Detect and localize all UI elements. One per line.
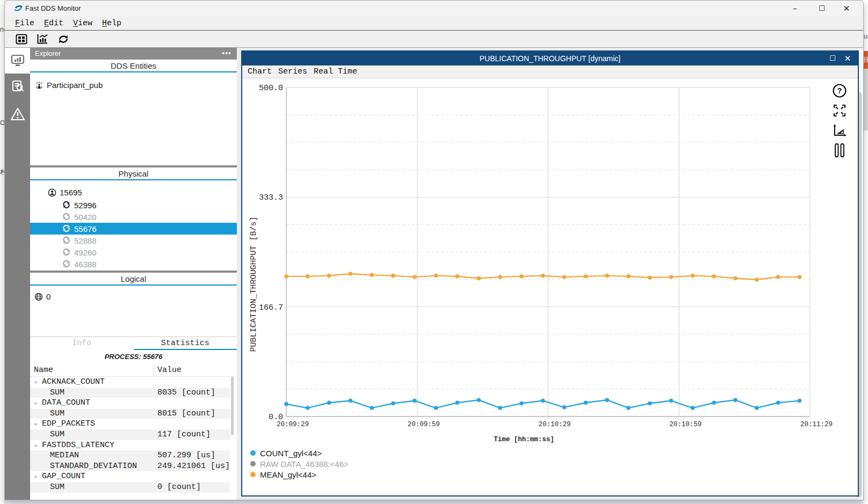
process-row-50420[interactable]: 50420 xyxy=(30,211,237,223)
process-row-52996[interactable]: 52996 xyxy=(30,199,237,211)
collapse-caret-icon[interactable]: ⌄ xyxy=(34,418,38,429)
close-button[interactable]: ✕ xyxy=(834,1,859,17)
process-label: 52996 xyxy=(74,201,97,210)
column-divider xyxy=(154,366,154,376)
legend-dot-icon xyxy=(250,461,256,466)
chart-window-title: PUBLICATION_THROUGHPUT [dynamic] xyxy=(242,52,858,65)
statistics-rows: ⌄ACKNACK_COUNTSUM8035 [count]⌄DATA_COUNT… xyxy=(30,377,230,493)
legend-label: MEAN_gyl<44> xyxy=(260,470,316,479)
chart-window-titlebar[interactable]: PUBLICATION_THROUGHPUT [dynamic] ☐ ✕ xyxy=(242,52,858,65)
help-icon[interactable]: ? xyxy=(831,83,848,99)
mdi-area: PUBLICATION_THROUGHPUT [dynamic] ☐ ✕ Cha… xyxy=(237,48,864,500)
axes-icon[interactable] xyxy=(831,122,848,138)
explorer-menu-button[interactable]: ••• xyxy=(222,48,232,60)
collapse-caret-icon[interactable]: ⌄ xyxy=(34,376,38,387)
statistics-table: Name Value ⌄ACKNACK_COUNTSUM8035 [count]… xyxy=(30,364,230,493)
chart-menu-item-series[interactable]: Series xyxy=(276,67,310,76)
svg-text:333.3: 333.3 xyxy=(259,193,283,202)
minimize-button[interactable]: – xyxy=(783,1,807,17)
process-row-52888[interactable]: 52888 xyxy=(30,235,237,246)
collapse-caret-icon[interactable]: ⌄ xyxy=(34,440,38,450)
chart-legend: COUNT_gyl<44>RAW DATA_46388:<46>MEAN_gyl… xyxy=(250,449,349,479)
legend-label: RAW DATA_46388:<46> xyxy=(260,459,349,469)
svg-text:?: ? xyxy=(837,86,842,95)
monitor-tab[interactable] xyxy=(5,48,30,74)
collapse-caret-icon[interactable]: ⌄ xyxy=(34,471,38,481)
stat-name: FASTDDS_LATENCY xyxy=(42,440,114,451)
statistics-table-header: Name Value xyxy=(30,364,230,377)
throughput-chart[interactable]: 0.0166.7333.3500.020:09:2920:09:5920:10:… xyxy=(242,78,858,495)
stat-value-row: SUM8015 [count] xyxy=(30,408,230,419)
process-label: 55676 xyxy=(74,224,97,233)
svg-text:20:09:59: 20:09:59 xyxy=(408,421,440,428)
process-sync-icon xyxy=(62,201,71,209)
stat-name: SUM xyxy=(50,482,64,493)
maximize-button[interactable]: ☐ xyxy=(809,1,834,17)
fullscreen-icon[interactable] xyxy=(831,103,848,119)
alerts-tab[interactable] xyxy=(5,101,30,127)
refresh-icon[interactable] xyxy=(56,32,70,46)
explorer-header[interactable]: Explorer ••• xyxy=(30,48,237,60)
issues-tab[interactable] xyxy=(5,74,30,99)
new-chart-icon[interactable] xyxy=(35,32,49,46)
background-text-fragment: u xyxy=(864,32,867,40)
titlebar: Fast DDS Monitor – ☐ ✕ xyxy=(5,1,863,17)
stat-group-row[interactable]: ⌄GAP_COUNT xyxy=(30,471,230,482)
column-value: Value xyxy=(157,366,182,375)
chart-menu-item-real-time[interactable]: Real Time xyxy=(311,67,360,76)
process-row-55676[interactable]: 55676 xyxy=(30,223,237,235)
domain-label: 0 xyxy=(46,292,50,301)
process-row-49260[interactable]: 49260 xyxy=(30,246,237,258)
stat-name: MEDIAN xyxy=(50,450,79,461)
stat-value-row: STANDARD_DEVIATION249.421061 [us] xyxy=(30,461,230,472)
host-row[interactable]: 15695 xyxy=(30,186,237,198)
tab-info[interactable]: Info xyxy=(30,337,134,350)
legend-item-2[interactable]: MEAN_gyl<44> xyxy=(250,470,349,479)
domain-row[interactable]: 0 xyxy=(30,290,237,302)
background-gray-bar xyxy=(863,69,868,130)
legend-item-1[interactable]: RAW DATA_46388:<46> xyxy=(250,459,349,468)
legend-dot-icon xyxy=(250,450,256,456)
collapse-caret-icon[interactable]: ⌄ xyxy=(34,397,38,408)
menu-item-view[interactable]: View xyxy=(69,18,96,28)
window-title: Fast DDS Monitor xyxy=(25,4,81,12)
svg-text:500.0: 500.0 xyxy=(259,84,283,93)
host-label: 15695 xyxy=(60,188,82,197)
side-tab-strip xyxy=(5,48,30,500)
section-dds-entities: DDS Entities xyxy=(30,60,237,72)
stat-group-row[interactable]: ⌄ACKNACK_COUNT xyxy=(30,377,230,388)
stat-group-row[interactable]: ⌄EDP_PACKETS xyxy=(30,419,230,429)
svg-text:20:11:29: 20:11:29 xyxy=(800,421,833,428)
background-window-right-sliver: u 挂 xyxy=(863,0,868,504)
chart-close-button[interactable]: ✕ xyxy=(840,52,856,65)
domain-globe-icon xyxy=(34,292,43,301)
stat-group-row[interactable]: ⌄FASTDDS_LATENCY xyxy=(30,440,230,451)
process-label: 46388 xyxy=(74,260,97,269)
svg-text:Time [hh:mm:ss]: Time [hh:mm:ss] xyxy=(494,436,554,443)
layout-grid-icon[interactable] xyxy=(15,32,28,46)
explorer-panel: Explorer ••• DDS Entities Parti xyxy=(30,48,237,500)
menu-item-file[interactable]: File xyxy=(11,18,38,28)
process-label: 50420 xyxy=(74,213,97,222)
process-row-46388[interactable]: 46388 xyxy=(30,258,237,270)
chart-menu-item-chart[interactable]: Chart xyxy=(245,67,274,76)
stat-name: SUM xyxy=(50,388,64,398)
pause-icon[interactable] xyxy=(831,142,848,158)
process-label: 49260 xyxy=(74,248,97,257)
stat-group-row[interactable]: ⌄DATA_COUNT xyxy=(30,398,230,408)
menu-item-edit[interactable]: Edit xyxy=(40,18,67,28)
legend-dot-icon xyxy=(250,472,256,477)
chart-body: 0.0166.7333.3500.020:09:2920:09:5920:10:… xyxy=(242,78,858,495)
stat-value: 8015 [count] xyxy=(157,408,215,419)
stat-value-row: SUM117 [count] xyxy=(30,429,230,440)
fastdds-monitor-window: Fast DDS Monitor – ☐ ✕ FileEditViewHelp xyxy=(4,0,864,500)
tab-statistics[interactable]: Statistics xyxy=(134,337,237,350)
stat-name: DATA_COUNT xyxy=(42,398,90,408)
statistics-scrollbar[interactable] xyxy=(231,376,234,435)
legend-label: COUNT_gyl<44> xyxy=(260,449,322,458)
chart-maximize-button[interactable]: ☐ xyxy=(824,52,841,65)
info-statistics-tabs: Info Statistics xyxy=(30,337,237,349)
legend-item-0[interactable]: COUNT_gyl<44> xyxy=(250,449,349,457)
dds-entity-participant[interactable]: Participant_pub xyxy=(30,79,237,91)
menu-item-help[interactable]: Help xyxy=(98,18,125,28)
